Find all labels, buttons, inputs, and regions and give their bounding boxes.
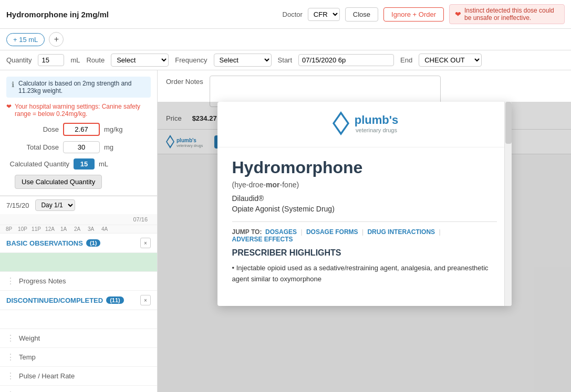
discontinued-collapse[interactable]: × [140, 295, 151, 305]
grid-date-label: 07/16 [133, 216, 153, 223]
basic-obs-label: BASIC OBSERVATIONS [6, 239, 83, 247]
route-select[interactable]: Select [111, 54, 169, 67]
calculator-warning-text: Your hospital warning settings: Canine s… [15, 103, 151, 118]
jump-to-label: JUMP TO: [232, 228, 262, 236]
basic-obs-count: (1) [86, 239, 100, 247]
grid-row-discontinued [0, 310, 157, 329]
calculator-info-box: ℹ Calculator is based on 2mg strength an… [6, 77, 151, 98]
drag-handle-icon: ⋮ [6, 276, 15, 286]
calculator-info-text: Calculator is based on 2mg strength and … [18, 80, 146, 94]
jump-to-row: JUMP TO: DOSAGES | DOSAGE FORMS | DRUG I… [232, 228, 497, 243]
drag-handle-temp: ⋮ [6, 352, 15, 362]
doctor-select[interactable]: CFR [308, 8, 340, 21]
monograph-drug-name: Hydromorphone [232, 158, 497, 177]
dose-label: Dose [6, 125, 59, 133]
quantity-unit: mL [70, 56, 80, 64]
quick-add-pill[interactable]: + 15 mL [6, 33, 45, 46]
drag-handle-pulse-heart: ⋮ [6, 371, 15, 381]
list-item-pulse-quality[interactable]: ⋮ Pulse Quality [0, 386, 157, 392]
quantity-label: Quantity [6, 56, 32, 64]
jump-dosages[interactable]: DOSAGES [265, 228, 297, 236]
basic-obs-header: BASIC OBSERVATIONS (1) × [0, 234, 157, 253]
doctor-label: Doctor [283, 10, 303, 18]
route-label: Route [86, 56, 105, 64]
scroll-thumb[interactable] [505, 102, 512, 144]
quick-add-bar: + 15 mL + [0, 29, 571, 50]
list-item-progress-notes[interactable]: ⋮ Progress Notes [0, 272, 157, 291]
drug-title: Hydromorphone inj 2mg/ml [6, 10, 109, 19]
dose-input[interactable] [63, 123, 100, 136]
right-panel: Order Notes Price $234.27 Mandatory Trea… [158, 70, 571, 392]
plumbs-big-logo: plumb's veterinary drugs [230, 110, 499, 136]
pulse-heart-label: Pulse / Heart Rate [19, 372, 75, 380]
main-content: ℹ Calculator is based on 2mg strength an… [0, 70, 571, 392]
time-col-11p: 11P [29, 226, 43, 232]
total-dose-unit: mg [104, 143, 113, 151]
time-col-1a: 1A [57, 226, 70, 232]
calc-qty-label: Calculated Quantity [6, 160, 69, 168]
calc-qty-row: Calculated Quantity 15 mL [6, 158, 151, 169]
basic-obs-collapse[interactable]: × [140, 238, 151, 248]
monograph-scrollbar[interactable] [504, 102, 512, 306]
total-dose-input[interactable] [63, 141, 100, 153]
warning-badge-text: Instinct detected this dose could be uns… [464, 7, 559, 22]
use-calculated-qty-button[interactable]: Use Calculated Quantity [15, 175, 102, 189]
frequency-select[interactable]: Select [214, 54, 272, 67]
calc-qty-unit: mL [99, 160, 108, 168]
drag-handle-weight: ⋮ [6, 333, 15, 343]
list-item-temp[interactable]: ⋮ Temp [0, 348, 157, 367]
plumbs-name-big: plumb's [355, 113, 398, 127]
time-col-12a: 12A [43, 226, 57, 232]
close-button[interactable]: Close [345, 7, 378, 22]
total-dose-label: Total Dose [6, 143, 59, 151]
dose-unit: mg/kg [104, 125, 122, 133]
frequency-label: Frequency [175, 56, 207, 64]
discontinued-label: DISCONTINUED/COMPLETED [6, 296, 103, 304]
quantity-input[interactable] [38, 54, 64, 66]
monograph-overlay: plumb's veterinary drugs Hydromorphone (… [158, 102, 571, 392]
discontinued-header: DISCONTINUED/COMPLETED (11) × [0, 291, 157, 310]
jump-drug-interactions[interactable]: DRUG INTERACTIONS [367, 228, 435, 236]
calculator-section: ℹ Calculator is based on 2mg strength an… [0, 70, 157, 196]
jump-adverse-effects[interactable]: ADVERSE EFFECTS [232, 236, 293, 243]
ignore-order-button[interactable]: Ignore + Order [383, 7, 444, 22]
calc-qty-value: 15 [74, 158, 95, 169]
list-item-weight[interactable]: ⋮ Weight [0, 329, 157, 348]
day-select[interactable]: Day 1/1 [35, 199, 75, 211]
discontinued-count: (11) [106, 296, 124, 304]
list-item-pulse-heart[interactable]: ⋮ Pulse / Heart Rate [0, 367, 157, 386]
time-col-3a: 3A [84, 226, 98, 232]
total-dose-row: Total Dose mg [6, 141, 151, 153]
monograph-divider [232, 221, 497, 222]
drug-trade-name: Dilaudid® [232, 194, 497, 203]
time-col-10p: 10P [16, 226, 29, 232]
jump-dosage-forms[interactable]: DOSAGE FORMS [306, 228, 358, 236]
prescriber-bullets: Injectable opioid used as a sedative/res… [232, 263, 497, 285]
field-row: Quantity mL Route Select Frequency Selec… [0, 50, 571, 70]
end-label: End [400, 56, 412, 64]
plumbs-vet-drugs: veterinary drugs [355, 127, 398, 133]
warn-heart-icon: ❤ [6, 103, 12, 118]
end-select[interactable]: CHECK OUT [419, 54, 482, 67]
order-notes-label: Order Notes [166, 78, 203, 86]
grid-time-labels: 8P 10P 11P 12A 1A 2A 3A 4A [0, 225, 157, 234]
drag-handle-pulse-quality: ⋮ [6, 390, 15, 392]
schedule-section: 7/15/20 Day 1/1 [0, 196, 157, 214]
header-right: Doctor CFR Close Ignore + Order ❤ Instin… [283, 4, 565, 24]
grid-row-basic [0, 253, 157, 272]
add-more-button[interactable]: + [49, 32, 64, 47]
temp-label: Temp [19, 353, 36, 361]
progress-notes-label: Progress Notes [19, 277, 66, 285]
start-input[interactable] [298, 54, 394, 66]
weight-label: Weight [19, 334, 40, 342]
svg-marker-5 [335, 114, 347, 132]
warning-heart-icon: ❤ [455, 10, 461, 18]
drug-class: Opiate Agonist (Systemic Drug) [232, 205, 497, 213]
plumbs-big-icon [330, 110, 351, 136]
top-header: Hydromorphone inj 2mg/ml Doctor CFR Clos… [0, 0, 571, 29]
start-label: Start [278, 56, 292, 64]
grid-date-header: 07/16 [0, 214, 157, 225]
warning-badge: ❤ Instinct detected this dose could be u… [449, 4, 565, 24]
monograph-panel[interactable]: plumb's veterinary drugs Hydromorphone (… [217, 102, 512, 306]
time-col-4a: 4A [98, 226, 111, 232]
